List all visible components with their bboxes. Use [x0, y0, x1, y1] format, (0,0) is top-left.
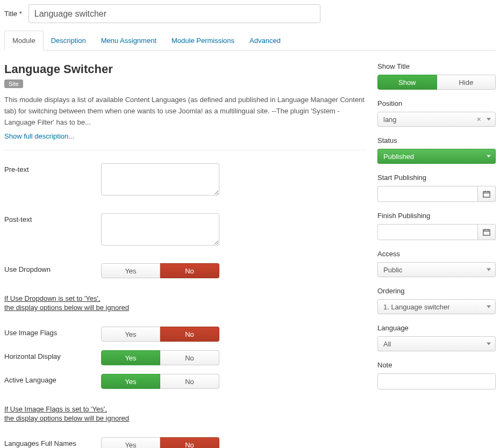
tabs: Module Description Menu Assignment Modul… — [4, 31, 496, 50]
chevron-down-icon — [487, 269, 491, 271]
show-title-show[interactable]: Show — [377, 75, 437, 90]
finish-publishing-input[interactable] — [377, 224, 478, 240]
status-select[interactable]: Published — [377, 149, 496, 164]
position-value: lang — [383, 115, 397, 124]
start-publishing-input[interactable] — [377, 186, 478, 202]
active-language-yes[interactable]: Yes — [101, 374, 160, 389]
use-image-flags-no[interactable]: No — [160, 327, 219, 342]
use-dropdown-no[interactable]: No — [160, 263, 219, 278]
show-full-description-link[interactable]: Show full description... — [4, 132, 367, 140]
tab-module-permissions[interactable]: Module Permissions — [164, 31, 242, 50]
access-select[interactable]: Public — [377, 262, 496, 277]
field-status: Status Published — [377, 136, 496, 164]
start-publishing-label: Start Publishing — [377, 174, 496, 182]
site-badge: Site — [4, 80, 23, 88]
posttext-label: Post-text — [4, 213, 101, 247]
calendar-icon — [483, 190, 490, 198]
svg-rect-4 — [483, 230, 490, 236]
languages-full-names-label: Languages Full Names — [4, 437, 101, 448]
calendar-icon — [483, 228, 490, 236]
field-use-dropdown: Use Dropdown Yes No — [4, 263, 367, 278]
horizontal-display-no[interactable]: No — [160, 350, 219, 365]
position-label: Position — [377, 99, 496, 107]
title-row: Title * — [4, 4, 496, 23]
language-select[interactable]: All — [377, 336, 496, 351]
languages-full-names-no[interactable]: No — [160, 437, 219, 448]
start-publishing-calendar-button[interactable] — [478, 186, 496, 202]
finish-publishing-calendar-button[interactable] — [478, 224, 496, 240]
divider — [4, 150, 367, 150]
language-label: Language — [377, 324, 496, 332]
chevron-down-icon — [487, 155, 491, 158]
show-title-toggle: Show Hide — [377, 75, 496, 90]
tab-menu-assignment[interactable]: Menu Assignment — [94, 31, 164, 50]
chevron-down-icon — [487, 343, 491, 345]
finish-publishing-label: Finish Publishing — [377, 212, 496, 220]
note-label: Note — [377, 361, 496, 369]
pretext-textarea[interactable] — [101, 163, 219, 196]
horizontal-display-toggle: Yes No — [101, 350, 219, 365]
use-image-flags-yes[interactable]: Yes — [101, 327, 160, 342]
field-ordering: Ordering 1. Language switcher — [377, 287, 496, 314]
module-description: This module displays a list of available… — [4, 95, 367, 128]
right-column: Show Title Show Hide .right-col .btn-gro… — [377, 62, 496, 448]
tab-advanced[interactable]: Advanced — [242, 31, 288, 50]
languages-full-names-toggle: Yes No — [101, 437, 219, 448]
horizontal-display-label: Horizontal Display — [4, 350, 101, 365]
language-value: All — [383, 340, 391, 348]
tab-description[interactable]: Description — [44, 31, 94, 50]
imageflags-note-line1: If Use Image Flags is set to 'Yes', — [4, 405, 367, 413]
active-language-label: Active Language — [4, 374, 101, 389]
use-dropdown-label: Use Dropdown — [4, 263, 101, 278]
chevron-down-icon — [487, 306, 491, 308]
show-title-label: Show Title — [377, 62, 496, 70]
imageflags-note-line2: the display options below will be ignore… — [4, 414, 367, 422]
svg-rect-0 — [483, 192, 490, 198]
ordering-value: 1. Language switcher — [383, 303, 450, 311]
dropdown-note: If Use Dropdown is set to 'Yes', the dis… — [4, 294, 367, 312]
active-language-toggle: Yes No — [101, 374, 219, 389]
field-finish-publishing: Finish Publishing — [377, 212, 496, 240]
left-column: Language Switcher Site This module displ… — [4, 62, 367, 448]
content-area: Language Switcher Site This module displ… — [4, 62, 496, 448]
field-show-title: Show Title Show Hide — [377, 62, 496, 90]
field-access: Access Public — [377, 250, 496, 277]
field-pretext: Pre-text — [4, 163, 367, 197]
show-title-hide[interactable]: Hide — [437, 75, 496, 90]
imageflags-note: If Use Image Flags is set to 'Yes', the … — [4, 405, 367, 422]
module-heading: Language Switcher — [4, 62, 367, 76]
use-dropdown-yes[interactable]: Yes — [101, 263, 160, 278]
tab-module[interactable]: Module — [4, 31, 44, 50]
chevron-down-icon — [487, 118, 491, 121]
dropdown-note-line2: the display options below will be ignore… — [4, 304, 367, 312]
use-image-flags-toggle: Yes No — [101, 327, 219, 342]
field-note: Note — [377, 361, 496, 389]
field-horizontal-display: Horizontal Display Yes No — [4, 350, 367, 365]
title-label: Title * — [4, 10, 22, 18]
status-label: Status — [377, 136, 496, 144]
status-value: Published — [383, 153, 414, 161]
title-input[interactable] — [28, 4, 320, 23]
note-input[interactable] — [377, 373, 496, 389]
horizontal-display-yes[interactable]: Yes — [101, 350, 160, 365]
ordering-select[interactable]: 1. Language switcher — [377, 299, 496, 314]
field-language: Language All — [377, 324, 496, 351]
dropdown-note-line1: If Use Dropdown is set to 'Yes', — [4, 294, 367, 302]
field-posttext: Post-text — [4, 213, 367, 247]
field-languages-full-names: Languages Full Names Yes No — [4, 437, 367, 448]
field-position: Position lang × — [377, 99, 496, 127]
access-value: Public — [383, 266, 402, 274]
field-use-image-flags: Use Image Flags Yes No — [4, 327, 367, 342]
active-language-no[interactable]: No — [160, 374, 219, 389]
position-clear-icon[interactable]: × — [477, 115, 481, 124]
position-select[interactable]: lang × — [377, 112, 496, 127]
pretext-label: Pre-text — [4, 163, 101, 197]
languages-full-names-yes[interactable]: Yes — [101, 437, 160, 448]
field-active-language: Active Language Yes No — [4, 374, 367, 389]
use-dropdown-toggle: Yes No — [101, 263, 219, 278]
posttext-textarea[interactable] — [101, 213, 219, 245]
field-start-publishing: Start Publishing — [377, 174, 496, 202]
ordering-label: Ordering — [377, 287, 496, 295]
use-image-flags-label: Use Image Flags — [4, 327, 101, 342]
access-label: Access — [377, 250, 496, 258]
